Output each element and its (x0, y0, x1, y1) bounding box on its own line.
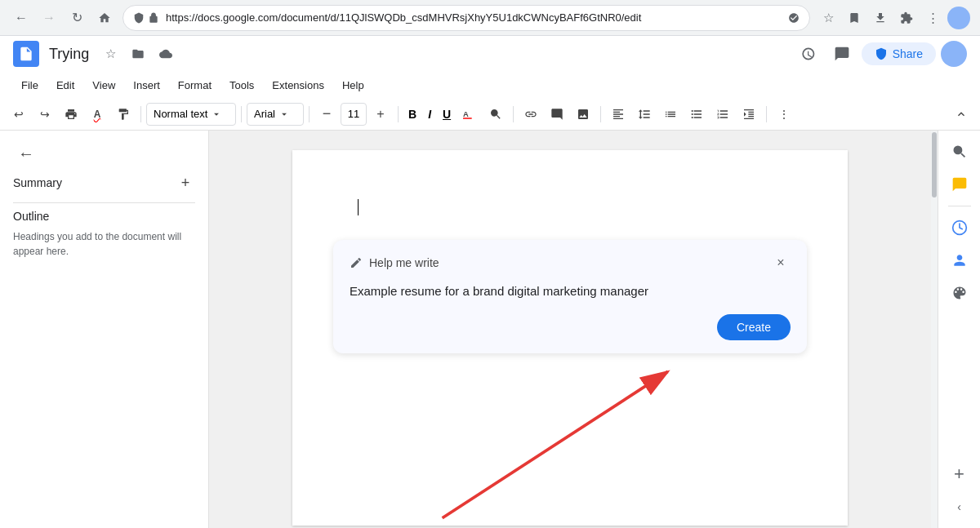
right-sidebar-circle-button[interactable] (945, 213, 974, 242)
svg-line-3 (443, 371, 668, 517)
menu-help[interactable]: Help (334, 76, 372, 95)
help-write-footer: Create (350, 314, 791, 340)
style-dropdown[interactable]: Normal text (146, 103, 236, 126)
help-me-write-panel: Help me write × Example resume for a bra… (333, 240, 807, 353)
image-button[interactable] (571, 103, 595, 126)
font-label: Arial (254, 108, 275, 120)
more-button[interactable]: ⋮ (921, 7, 944, 29)
checklist-button[interactable] (658, 103, 683, 126)
italic-button[interactable]: I (423, 103, 436, 126)
create-button[interactable]: Create (717, 314, 791, 340)
title-icons: ☆ (99, 42, 177, 65)
svg-rect-1 (463, 118, 472, 119)
toolbar-divider-7 (766, 106, 767, 122)
doc-area[interactable]: Help me write × Example resume for a bra… (209, 131, 931, 528)
readinglist-button[interactable] (843, 7, 866, 29)
font-size-input[interactable]: 11 (341, 103, 367, 126)
app: Trying ☆ Share File E (0, 36, 980, 528)
bold-button[interactable]: B (403, 103, 421, 126)
chat-button[interactable] (827, 39, 857, 69)
text-color-button[interactable]: A (457, 103, 482, 126)
font-size-increase[interactable]: + (368, 103, 393, 126)
underline-button[interactable]: U (438, 103, 456, 126)
font-size-decrease[interactable]: − (314, 103, 339, 126)
doc-page: Help me write × Example resume for a bra… (292, 150, 848, 526)
right-sidebar-person-button[interactable] (945, 246, 974, 275)
indent-button[interactable] (737, 103, 761, 126)
sidebar-divider (13, 202, 195, 203)
spellcheck-button[interactable]: A (85, 103, 109, 126)
address-bar[interactable]: https://docs.google.com/document/d/11QJl… (122, 5, 810, 31)
more-options-button[interactable]: ⋮ (772, 103, 796, 126)
line-spacing-button[interactable] (632, 103, 657, 126)
menu-tools[interactable]: Tools (221, 76, 262, 95)
add-summary-button[interactable]: + (176, 173, 195, 193)
forward-button[interactable]: → (38, 7, 60, 29)
print-button[interactable] (59, 103, 83, 126)
scrollbar-track[interactable] (931, 131, 938, 528)
cloud-save-button[interactable] (154, 42, 177, 65)
menu-bar: File Edit View Insert Format Tools Exten… (0, 72, 980, 98)
main-content: ← Summary + Outline Headings you add to … (0, 131, 980, 528)
outline-title: Outline (13, 210, 195, 223)
sidebar-summary-header: Summary + (13, 173, 195, 193)
browser-nav-buttons: ← → ↻ (10, 7, 116, 29)
toolbar-divider-4 (398, 106, 399, 122)
extensions-button[interactable] (895, 7, 918, 29)
bullet-list-button[interactable] (684, 103, 709, 126)
right-sidebar: + ‹ (938, 131, 980, 528)
star-button[interactable]: ☆ (817, 7, 840, 29)
right-sidebar-add-button[interactable]: + (945, 459, 974, 489)
title-bar: Trying ☆ Share (0, 36, 980, 72)
undo-button[interactable]: ↩ (7, 103, 31, 126)
docs-logo (13, 41, 39, 67)
star-doc-button[interactable]: ☆ (99, 42, 122, 65)
move-doc-button[interactable] (127, 42, 149, 65)
browser-chrome: ← → ↻ https://docs.google.com/document/d… (0, 0, 980, 36)
home-button[interactable] (93, 7, 116, 29)
share-button[interactable]: Share (862, 42, 936, 65)
font-dropdown[interactable]: Arial (247, 103, 304, 126)
toolbar-divider-1 (140, 106, 141, 122)
toolbar-divider-6 (600, 106, 601, 122)
right-sidebar-chat-button[interactable] (945, 170, 974, 199)
align-button[interactable] (606, 103, 630, 126)
profile-avatar[interactable] (947, 7, 970, 29)
download-button[interactable] (869, 7, 892, 29)
help-write-close-button[interactable]: × (771, 253, 791, 273)
reload-button[interactable]: ↻ (65, 7, 88, 29)
sidebar-back-button[interactable]: ← (13, 140, 39, 166)
highlight-button[interactable] (483, 103, 508, 126)
svg-text:A: A (463, 109, 469, 118)
menu-edit[interactable]: Edit (48, 76, 82, 95)
right-sidebar-palette-button[interactable] (945, 278, 974, 308)
menu-format[interactable]: Format (170, 76, 220, 95)
menu-extensions[interactable]: Extensions (264, 76, 332, 95)
browser-actions: ☆ ⋮ (817, 7, 970, 29)
redo-button[interactable]: ↪ (33, 103, 57, 126)
toolbar: ↩ ↪ A Normal text Arial − 11 + B I U A (0, 98, 980, 131)
help-write-title: Help me write (350, 256, 439, 269)
numbered-list-button[interactable] (710, 103, 735, 126)
font-size-control: − 11 + (314, 103, 393, 126)
version-history-button[interactable] (793, 39, 822, 69)
style-label: Normal text (154, 108, 207, 120)
comment-button[interactable] (545, 103, 569, 126)
toolbar-collapse-button[interactable] (949, 103, 973, 126)
right-sidebar-explore-button[interactable] (945, 137, 974, 166)
user-avatar[interactable] (941, 41, 967, 67)
menu-insert[interactable]: Insert (125, 76, 168, 95)
toolbar-divider-5 (513, 106, 514, 122)
menu-file[interactable]: File (13, 76, 47, 95)
toolbar-divider-3 (309, 106, 310, 122)
menu-view[interactable]: View (84, 76, 123, 95)
paint-format-button[interactable] (111, 103, 136, 126)
toolbar-divider-2 (241, 106, 242, 122)
back-button[interactable]: ← (10, 7, 33, 29)
help-write-header: Help me write × (350, 253, 791, 273)
header-actions: Share (793, 39, 967, 69)
scrollbar-thumb[interactable] (932, 132, 937, 197)
link-button[interactable] (519, 103, 543, 126)
sidebar: ← Summary + Outline Headings you add to … (0, 131, 209, 528)
right-sidebar-collapse-button[interactable]: ‹ (945, 492, 974, 521)
